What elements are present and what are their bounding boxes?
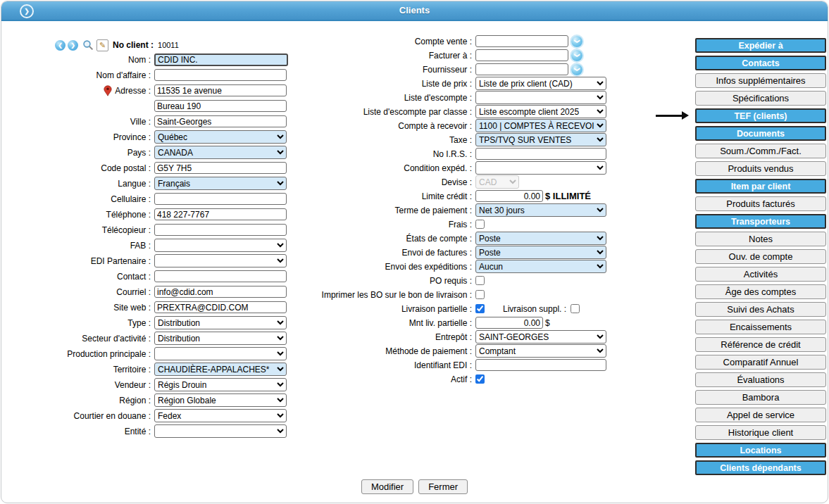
compte-recevoir-select[interactable]: 1100 | COMPTES À RECEVOI (475, 119, 606, 132)
sidebar-item-produits-factur-s[interactable]: Produits facturés (695, 196, 826, 211)
sidebar-item-contacts[interactable]: Contacts (695, 56, 826, 70)
sidebar-item-valuations[interactable]: Évaluations (695, 372, 826, 387)
field-control: Liste escompte client 2025 (475, 105, 616, 118)
taxe-select[interactable]: TPS/TVQ SUR VENTES (475, 133, 606, 146)
sidebar-item-encaissements[interactable]: Encaissements (695, 320, 826, 334)
next-record-icon[interactable]: ❯ (68, 40, 78, 51)
liste-d-escompte-select[interactable] (475, 91, 606, 104)
courriel-input[interactable] (154, 286, 287, 298)
cellulaire-input[interactable] (154, 193, 287, 205)
sidebar-item-r-f-rence-de-cr-dit[interactable]: Référence de crédit (695, 337, 826, 352)
adresse-input[interactable] (154, 84, 287, 96)
courtier-en-douane-select[interactable]: Fedex (154, 409, 287, 422)
pays-select[interactable]: CANADA (154, 146, 287, 159)
t-l-copieur-input[interactable] (154, 224, 287, 236)
facturer-input[interactable] (475, 49, 568, 61)
vendeur-select[interactable]: Régis Drouin (154, 378, 287, 391)
type-select[interactable]: Distribution (154, 316, 287, 329)
sidebar-item-sp-cifications[interactable]: Spécifications (695, 91, 826, 106)
edi-partenaire-select[interactable] (154, 254, 287, 267)
limite-cr-dit-input[interactable] (475, 190, 543, 202)
sidebar-item-produits-vendus[interactable]: Produits vendus (695, 161, 826, 176)
sidebar-item-infos-suppl-mentaires[interactable]: Infos supplémentaires (695, 73, 826, 88)
compte-vente-picker-icon[interactable]: ❯ (571, 36, 582, 47)
livraison-suppl-checkbox[interactable] (571, 304, 580, 313)
nom-input[interactable] (154, 53, 288, 66)
sidebar-item-bambora[interactable]: Bambora (695, 390, 826, 405)
production-principale-select[interactable] (154, 347, 287, 360)
fermer-button[interactable]: Fermer (418, 479, 468, 494)
fournisseur-input[interactable] (475, 63, 568, 75)
compte-vente-input[interactable] (475, 35, 568, 47)
m-thode-de-paiement-select[interactable]: Comptant (475, 344, 606, 358)
field-label-adresse: Adresse : (11, 85, 154, 96)
langue-select[interactable]: Français (154, 177, 287, 190)
sidebar-item-clients-d-pendants[interactable]: Clients dépendants (695, 460, 826, 475)
sidebar-item-comparatif-annuel[interactable]: Comparatif Annuel (695, 355, 826, 370)
actif-checkbox[interactable] (475, 374, 485, 384)
field-label-text: Nom : (128, 55, 151, 65)
sidebar-item-ge-des-comptes[interactable]: Âge des comptes (695, 284, 826, 299)
fab-select[interactable] (154, 239, 287, 252)
modifier-button[interactable]: Modifier (361, 479, 413, 494)
sidebar-item-item-par-client[interactable]: Item par client (695, 179, 826, 194)
po-requis-checkbox[interactable] (475, 276, 485, 285)
edit-icon[interactable]: ✎ (96, 39, 108, 51)
previous-record-icon[interactable]: ❮ (55, 40, 66, 51)
terme-de-paiement-select[interactable]: Net 30 jours (475, 203, 606, 217)
sidebar-item-tef-clients[interactable]: TEF (clients) (695, 108, 826, 123)
field-control (154, 162, 292, 174)
field-label-cellulaire: Cellulaire : (11, 194, 154, 204)
field-label-text: Territoire : (113, 365, 151, 374)
no-i-r-s-input[interactable] (475, 148, 606, 160)
ville-input[interactable] (154, 115, 287, 127)
r-gion-select[interactable]: Région Globale (154, 393, 287, 407)
field-input[interactable] (154, 100, 287, 112)
secteur-d-activit-select[interactable]: Distribution (154, 332, 287, 345)
sidebar-item-locations[interactable]: Locations (695, 443, 826, 458)
form-row-entrep-t: Entrepôt :SAINT-GEORGES (292, 331, 616, 343)
sidebar-item-suivi-des-achats[interactable]: Suivi des Achats (695, 302, 826, 317)
facturer-picker-icon[interactable]: ❯ (571, 50, 582, 61)
form-row-facturer: Facturer à :❯ (292, 49, 616, 61)
identifiant-edi-input[interactable] (475, 359, 606, 371)
field-label-condition-exp-d: Condition expéd. : (292, 163, 475, 173)
liste-d-escompte-par-classe-select[interactable]: Liste escompte client 2025 (475, 105, 606, 118)
envoi-des-exp-ditions-select[interactable]: Aucun (475, 260, 606, 273)
sidebar-item-appel-de-service[interactable]: Appel de service (695, 408, 826, 422)
field-label-text: Courriel : (116, 287, 151, 297)
field-control: Liste de prix client (CAD) (475, 77, 616, 90)
sidebar-item-activit-s[interactable]: Activités (695, 267, 826, 282)
imprimer-les-bo-sur-le-bon-de-livraison-checkbox[interactable] (475, 290, 485, 299)
sidebar-item-documents[interactable]: Documents (695, 126, 826, 141)
condition-exp-d-select[interactable] (475, 161, 606, 175)
territoire-select[interactable]: CHAUDIÈRE-APPALACHES* (154, 363, 287, 376)
field-label-t-l-copieur: Télécopieur : (11, 225, 154, 235)
livraison-partielle-checkbox[interactable] (475, 304, 485, 313)
province-select[interactable]: Québec (154, 130, 287, 144)
search-icon[interactable] (82, 39, 94, 51)
field-label-envoi-de-factures: Envoi de factures : (292, 248, 475, 258)
sidebar-item-exp-dier[interactable]: Expédier à (695, 38, 826, 53)
sidebar-item-soum-comm-fact[interactable]: Soum./Comm./Fact. (695, 144, 826, 158)
site-web-input[interactable] (154, 301, 287, 313)
map-pin-icon[interactable] (104, 85, 112, 96)
envoi-de-factures-select[interactable]: Poste (475, 246, 606, 259)
sidebar-item-ouv-de-compte[interactable]: Ouv. de compte (695, 249, 826, 264)
contact-input[interactable] (154, 270, 287, 282)
field-label-no-i-r-s: No I.R.S. : (292, 149, 475, 159)
t-l-phone-input[interactable] (154, 208, 287, 220)
field-label-devise: Devise : (292, 177, 475, 187)
sidebar-item-historique-client[interactable]: Historique client (695, 425, 826, 440)
nom-d-affaire-input[interactable] (154, 69, 287, 81)
mnt-liv-partielle-input[interactable] (475, 317, 543, 329)
code-postal-input[interactable] (154, 162, 287, 174)
liste-de-prix-select[interactable]: Liste de prix client (CAD) (475, 77, 606, 90)
frais-checkbox[interactable] (475, 220, 485, 229)
sidebar-item-transporteurs[interactable]: Transporteurs (695, 214, 826, 229)
entrep-t-select[interactable]: SAINT-GEORGES (475, 330, 606, 344)
tats-de-compte-select[interactable]: Poste (475, 232, 606, 245)
fournisseur-picker-icon[interactable]: ❯ (571, 64, 582, 75)
entit-select[interactable] (154, 424, 287, 438)
sidebar-item-notes[interactable]: Notes (695, 232, 826, 246)
